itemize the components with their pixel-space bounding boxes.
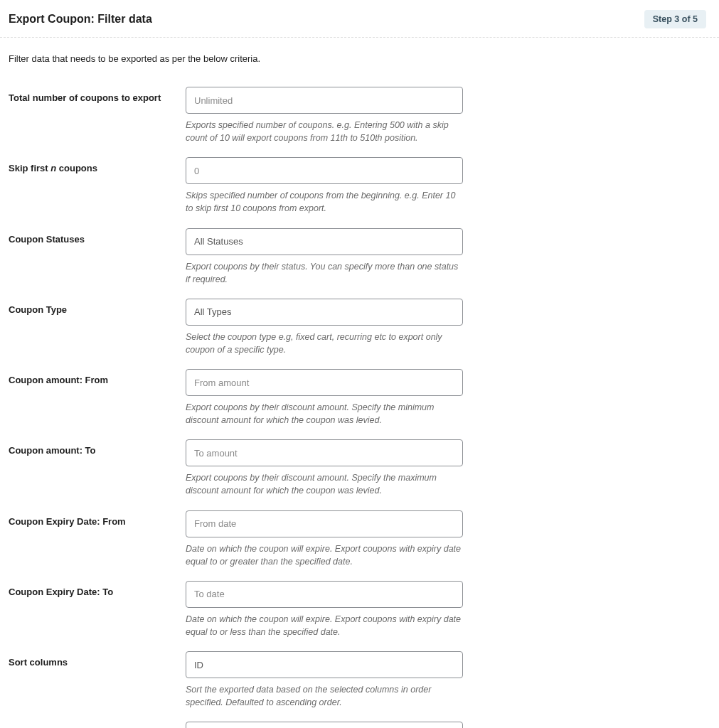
coupon-type-input[interactable]: All Types [186,299,463,326]
intro-text: Filter data that needs to be exported as… [0,38,719,70]
row-sort-by: Sort By Ascending Defaulted to Ascending… [9,709,710,728]
help-expiry-from: Date on which the coupon will expire. Ex… [186,542,463,568]
help-sort-columns: Sort the exported data based on the sele… [186,683,463,709]
step-indicator: Step 3 of 5 [644,10,706,28]
sort-by-select[interactable]: Ascending [186,722,463,728]
coupon-statuses-input[interactable]: All Statuses [186,228,463,255]
help-coupon-statuses: Export coupons by their status. You can … [186,260,463,286]
filter-form: Total number of coupons to export Export… [0,70,719,728]
help-skip-coupons: Skips specified number of coupons from t… [186,189,463,215]
label-expiry-from: Coupon Expiry Date: From [9,510,186,527]
amount-to-input[interactable] [186,439,463,466]
expiry-from-input[interactable] [186,510,463,537]
row-amount-to: Coupon amount: To Export coupons by thei… [9,427,710,497]
skip-coupons-input[interactable] [186,157,463,184]
help-total-coupons: Exports specified number of coupons. e.g… [186,119,463,144]
label-coupon-type: Coupon Type [9,299,186,315]
label-sort-by: Sort By [9,722,186,728]
row-coupon-type: Coupon Type All Types Select the coupon … [9,286,710,356]
label-coupon-statuses: Coupon Statuses [9,228,186,245]
row-expiry-to: Coupon Expiry Date: To Date on which the… [9,568,710,638]
help-amount-to: Export coupons by their discount amount.… [186,471,463,497]
label-amount-from: Coupon amount: From [9,369,186,385]
row-amount-from: Coupon amount: From Export coupons by th… [9,356,710,427]
label-total-coupons: Total number of coupons to export [9,87,186,103]
help-coupon-type: Select the coupon type e.g, fixed cart, … [186,331,463,356]
expiry-to-input[interactable] [186,581,463,608]
row-skip-coupons: Skip first n coupons Skips specified num… [9,144,710,215]
label-amount-to: Coupon amount: To [9,439,186,456]
row-total-coupons: Total number of coupons to export Export… [9,74,710,144]
help-amount-from: Export coupons by their discount amount.… [186,401,463,427]
label-skip-coupons: Skip first n coupons [9,157,186,173]
sort-columns-input[interactable]: ID [186,651,463,678]
total-coupons-input[interactable] [186,87,463,114]
help-expiry-to: Date on which the coupon will expire. Ex… [186,613,463,638]
page-header: Export Coupon: Filter data Step 3 of 5 [0,0,719,38]
row-coupon-statuses: Coupon Statuses All Statuses Export coup… [9,215,710,286]
label-sort-columns: Sort columns [9,651,186,668]
label-expiry-to: Coupon Expiry Date: To [9,581,186,597]
row-expiry-from: Coupon Expiry Date: From Date on which t… [9,498,710,568]
amount-from-input[interactable] [186,369,463,396]
row-sort-columns: Sort columns ID Sort the exported data b… [9,638,710,709]
page-title: Export Coupon: Filter data [9,13,152,26]
